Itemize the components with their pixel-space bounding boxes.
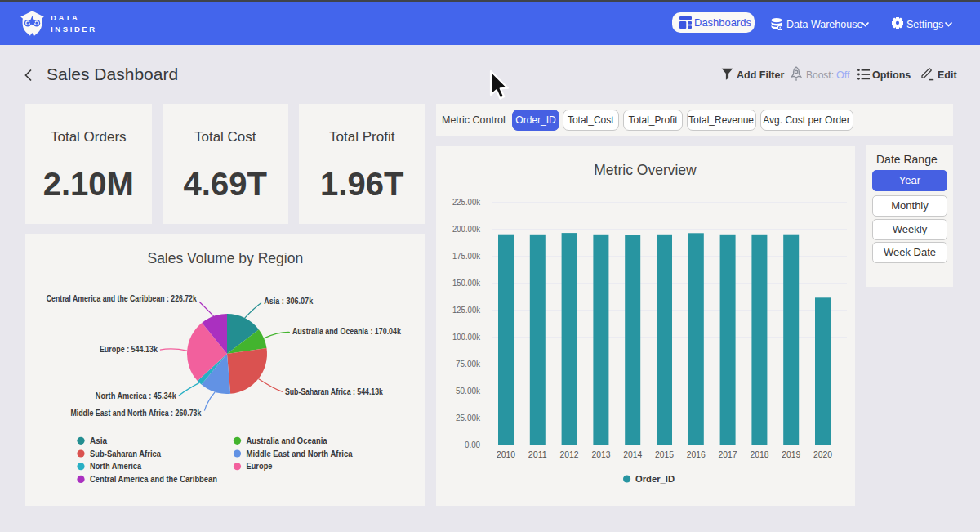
svg-text:Central America and the Caribb: Central America and the Caribbean : 226.… (47, 293, 198, 303)
svg-text:North America : 45.34k: North America : 45.34k (96, 391, 177, 400)
svg-text:Australia and Oceania : 170.04: Australia and Oceania : 170.04k (292, 326, 402, 336)
svg-text:75.00k: 75.00k (456, 359, 481, 369)
svg-text:2019: 2019 (782, 449, 800, 459)
svg-text:Europe: Europe (247, 461, 273, 471)
svg-text:150.00k: 150.00k (452, 278, 481, 288)
svg-text:North America: North America (90, 461, 142, 471)
svg-text:0.00: 0.00 (465, 440, 480, 449)
svg-text:Sub-Saharan Africa: Sub-Saharan Africa (90, 449, 162, 458)
svg-text:Asia: Asia (90, 436, 108, 445)
svg-text:Central America and the Caribb: Central America and the Caribbean (90, 474, 217, 484)
svg-text:Europe : 544.13k: Europe : 544.13k (100, 344, 158, 354)
svg-text:2018: 2018 (750, 449, 768, 459)
svg-text:100.00k: 100.00k (452, 332, 481, 342)
svg-text:2011: 2011 (528, 449, 547, 459)
svg-text:Asia : 306.07k: Asia : 306.07k (264, 296, 314, 306)
svg-text:2017: 2017 (719, 449, 737, 459)
svg-text:2014: 2014 (623, 449, 642, 459)
svg-text:2015: 2015 (655, 449, 674, 459)
svg-text:125.00k: 125.00k (452, 305, 481, 315)
svg-text:Australia and Oceania: Australia and Oceania (247, 436, 328, 445)
svg-text:175.00k: 175.00k (452, 251, 481, 261)
svg-text:Metric Overview: Metric Overview (594, 162, 697, 178)
svg-text:Middle East and North Africa :: Middle East and North Africa : 260.73k (70, 408, 202, 418)
svg-text:225.00k: 225.00k (452, 197, 481, 207)
svg-text:2020: 2020 (813, 449, 832, 459)
svg-text:Sub-Saharan Africa : 544.13k: Sub-Saharan Africa : 544.13k (285, 387, 384, 396)
svg-text:Order_ID: Order_ID (635, 474, 675, 484)
svg-text:Middle East and North Africa: Middle East and North Africa (247, 449, 354, 458)
svg-text:50.00k: 50.00k (456, 386, 481, 396)
svg-text:200.00k: 200.00k (452, 224, 481, 234)
svg-text:Sales Volume by Region: Sales Volume by Region (147, 250, 303, 266)
svg-text:2016: 2016 (687, 449, 706, 459)
svg-text:2010: 2010 (497, 449, 515, 459)
svg-text:2013: 2013 (591, 449, 610, 459)
svg-text:25.00k: 25.00k (456, 413, 481, 422)
svg-text:2012: 2012 (560, 449, 579, 459)
